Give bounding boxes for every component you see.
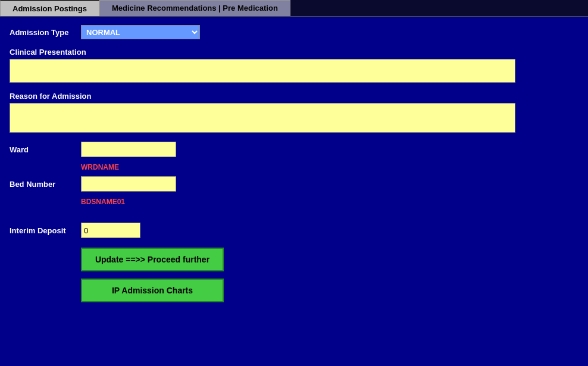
reason-for-admission-label: Reason for Admission bbox=[10, 92, 578, 101]
reason-for-admission-group: Reason for Admission bbox=[10, 92, 578, 134]
tab-medicine-recommendations[interactable]: Medicine Recommendations | Pre Medicatio… bbox=[99, 0, 290, 16]
interim-deposit-row: Interim Deposit bbox=[10, 223, 578, 238]
clinical-presentation-input[interactable] bbox=[10, 59, 515, 83]
bed-hint: BDSNAME01 bbox=[81, 198, 578, 206]
main-content: Admission Type NORMAL Clinical Presentat… bbox=[0, 17, 588, 366]
ward-hint: WRDNAME bbox=[81, 163, 578, 171]
ward-block: Ward WRDNAME bbox=[10, 142, 578, 171]
bed-number-label: Bed Number bbox=[10, 180, 81, 189]
bed-number-row: Bed Number bbox=[10, 176, 578, 192]
bed-number-input[interactable] bbox=[81, 176, 176, 192]
update-proceed-button[interactable]: Update ==>> Proceed further bbox=[81, 248, 224, 271]
interim-deposit-label: Interim Deposit bbox=[10, 226, 81, 235]
ward-row: Ward bbox=[10, 142, 578, 157]
reason-for-admission-input[interactable] bbox=[10, 103, 515, 133]
ward-label: Ward bbox=[10, 145, 81, 154]
admission-type-select[interactable]: NORMAL bbox=[81, 25, 200, 39]
admission-type-wrapper: NORMAL bbox=[81, 25, 200, 39]
admission-type-label: Admission Type bbox=[10, 28, 81, 37]
ward-input[interactable] bbox=[81, 142, 176, 157]
ip-admission-charts-button[interactable]: IP Admission Charts bbox=[81, 279, 224, 302]
bed-number-block: Bed Number BDSNAME01 bbox=[10, 176, 578, 206]
clinical-presentation-group: Clinical Presentation bbox=[10, 48, 578, 85]
clinical-presentation-label: Clinical Presentation bbox=[10, 48, 578, 57]
tab-admission-postings[interactable]: Admission Postings bbox=[0, 0, 99, 16]
tab-bar: Admission Postings Medicine Recommendati… bbox=[0, 0, 588, 17]
interim-deposit-input[interactable] bbox=[81, 223, 140, 238]
admission-type-row: Admission Type NORMAL bbox=[10, 25, 578, 39]
